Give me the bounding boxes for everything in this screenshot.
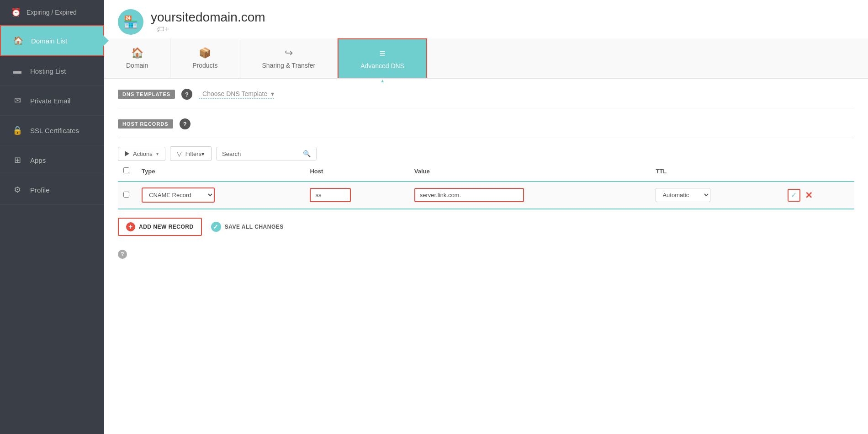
sidebar-item-label: SSL Certificates [30,127,79,134]
lock-icon: 🔒 [11,124,24,137]
tab-advanced-dns-label: Advanced DNS [360,62,404,70]
col-type: Type [136,161,304,182]
host-records-section: HOST RECORDS ? [118,108,854,138]
filter-icon: ▽ [177,150,182,157]
sidebar-item-profile[interactable]: ⚙ Profile [0,175,104,205]
main-content: 🏪 yoursitedomain.com 🏷+ 🏠 Domain 📦 Produ… [104,0,868,434]
host-input[interactable] [310,188,351,202]
col-ttl: TTL [650,161,782,182]
tab-products[interactable]: 📦 Products [170,38,240,78]
sidebar-item-expiring[interactable]: ⏰ Expiring / Expired [0,0,104,25]
search-icon[interactable]: 🔍 [303,150,311,157]
products-tab-icon: 📦 [199,47,211,59]
filters-caret-icon: ▾ [201,150,205,157]
dns-templates-label: DNS TEMPLATES [118,90,175,99]
bottom-help-icon[interactable]: ? [118,250,127,259]
tag-icon[interactable]: 🏷+ [156,25,169,34]
sidebar-item-domain-list[interactable]: 🏠 Domain List [0,25,104,56]
tab-bar: 🏠 Domain 📦 Products ↪ Sharing & Transfer… [104,38,868,79]
tab-advanced-dns[interactable]: ≡ Advanced DNS [338,38,427,78]
filters-label: Filters [185,150,201,157]
row-action-btns: ✓ ✕ [788,189,849,202]
caret-icon: ▾ [156,151,159,156]
gear-icon: ⚙ [11,183,24,196]
email-icon: ✉ [11,94,24,107]
domain-icon: 🏪 [118,9,143,35]
add-record-button[interactable]: + ADD NEW RECORD [118,218,202,236]
tab-domain[interactable]: 🏠 Domain [104,38,170,78]
tab-domain-label: Domain [126,62,148,69]
sidebar-item-label: Apps [30,156,46,164]
confirm-button[interactable]: ✓ [788,189,800,202]
domain-title: yoursitedomain.com [151,10,265,25]
sidebar-expiring-label: Expiring / Expired [26,9,77,16]
chevron-down-icon: ▾ [271,90,274,97]
sharing-tab-icon: ↪ [285,47,293,59]
ttl-select[interactable]: Automatic 30 min 1 hour [656,188,710,202]
apps-icon: ⊞ [11,154,24,166]
sidebar-item-label: Hosting List [30,67,66,75]
domain-tab-icon: 🏠 [131,47,143,59]
type-select[interactable]: A Record AAAA Record CNAME Record MX Rec… [142,188,215,203]
plus-icon: + [126,222,135,231]
templates-help-icon[interactable]: ? [181,89,192,100]
save-check-icon: ✓ [211,222,221,232]
sidebar-item-label: Domain List [31,37,67,45]
select-all-checkbox[interactable] [123,167,129,173]
sidebar-item-hosting-list[interactable]: ▬ Hosting List [0,56,104,86]
server-icon: ▬ [11,64,24,77]
tab-products-label: Products [192,62,217,69]
table-row: A Record AAAA Record CNAME Record MX Rec… [118,182,854,209]
host-records-label: HOST RECORDS [118,119,173,129]
clock-icon: ⏰ [11,7,21,17]
dns-tab-icon: ≡ [380,48,386,59]
add-record-label: ADD NEW RECORD [139,224,194,230]
sidebar-item-label: Profile [30,186,50,194]
col-host: Host [304,161,408,182]
value-input[interactable] [414,188,524,202]
actions-button[interactable]: Actions ▾ [118,147,165,161]
host-records-help-icon[interactable]: ? [180,118,191,129]
search-input[interactable] [222,150,301,157]
dns-template-dropdown[interactable]: Choose DNS Template ▾ [199,90,274,99]
play-icon [125,151,129,156]
bottom-hint: ? [118,241,854,259]
sidebar-item-ssl[interactable]: 🔒 SSL Certificates [0,116,104,145]
search-box: 🔍 [216,147,317,161]
col-value: Value [409,161,651,182]
footer-actions: + ADD NEW RECORD ✓ SAVE ALL CHANGES [118,209,854,241]
dns-template-placeholder: Choose DNS Template [202,90,267,97]
tab-sharing-label: Sharing & Transfer [262,62,316,69]
actions-label: Actions [133,150,153,157]
records-table: Type Host Value TTL A Record AAAA Record [118,161,854,209]
tab-sharing-transfer[interactable]: ↪ Sharing & Transfer [240,38,338,78]
save-all-button[interactable]: ✓ SAVE ALL CHANGES [211,222,284,232]
content-area: DNS TEMPLATES ? Choose DNS Template ▾ HO… [104,79,868,434]
row-checkbox[interactable] [123,192,129,198]
domain-header: 🏪 yoursitedomain.com 🏷+ [104,0,868,38]
save-label: SAVE ALL CHANGES [225,224,284,230]
filters-button[interactable]: ▽ Filters ▾ [170,146,212,161]
cancel-row-button[interactable]: ✕ [805,190,813,201]
col-actions [782,161,854,182]
toolbar: Actions ▾ ▽ Filters ▾ 🔍 [118,146,854,161]
dns-templates-section: DNS TEMPLATES ? Choose DNS Template ▾ [118,79,854,108]
sidebar: ⏰ Expiring / Expired 🏠 Domain List ▬ Hos… [0,0,104,434]
sidebar-item-apps[interactable]: ⊞ Apps [0,145,104,175]
sidebar-item-label: Private Email [30,97,70,105]
sidebar-item-private-email[interactable]: ✉ Private Email [0,86,104,116]
home-icon: 🏠 [12,34,25,47]
